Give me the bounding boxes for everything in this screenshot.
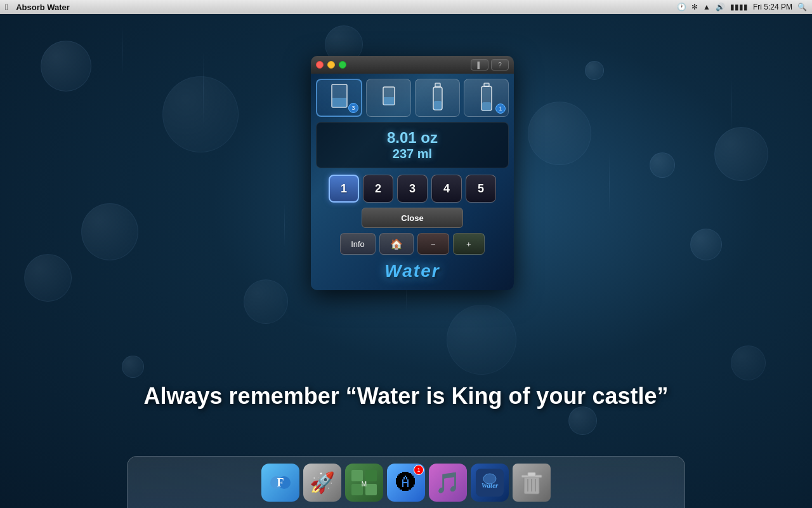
minus-button[interactable]: − xyxy=(417,233,449,255)
close-window-button[interactable] xyxy=(316,61,324,69)
serving-btn-2[interactable]: 2 xyxy=(363,175,393,203)
close-button[interactable]: Close xyxy=(362,208,463,228)
dock-item-rocket[interactable]: 🚀 xyxy=(303,464,341,502)
dock: F 🚀 M 🅐 1 🎵 xyxy=(0,451,812,508)
serving-btn-3[interactable]: 3 xyxy=(397,175,428,203)
svg-rect-23 xyxy=(528,472,535,476)
water-label: Water xyxy=(316,258,509,285)
apple-logo-icon:  xyxy=(5,2,8,12)
window-title-buttons: ▌ ? xyxy=(471,59,509,70)
dock-item-appstore[interactable]: 🅐 1 xyxy=(387,464,425,502)
maximize-window-button[interactable] xyxy=(339,61,346,69)
battery-icon: ▮▮▮▮ xyxy=(730,3,748,11)
svg-text:F: F xyxy=(277,476,284,489)
home-button[interactable]: 🏠 xyxy=(379,233,414,255)
amount-oz: 8.01 oz xyxy=(323,129,502,147)
appstore-badge: 1 xyxy=(414,465,424,475)
time-machine-icon: 🕐 xyxy=(677,3,686,11)
svg-rect-4 xyxy=(435,83,440,87)
serving-btn-5[interactable]: 5 xyxy=(466,175,496,203)
svg-rect-3 xyxy=(384,97,394,105)
dock-item-mosaic[interactable]: M xyxy=(345,464,383,502)
close-btn-row: Close xyxy=(316,208,509,228)
amount-ml: 237 ml xyxy=(323,147,502,161)
tab-badge-4: 1 xyxy=(495,104,506,114)
svg-rect-16 xyxy=(365,484,377,495)
container-tabs: 3 xyxy=(316,79,509,117)
volume-icon: 🔊 xyxy=(716,3,725,11)
window-btn-1[interactable]: ▌ xyxy=(471,59,488,70)
window-content: 3 xyxy=(311,74,514,290)
menubar:  Absorb Water 🕐 ✻ ▲ 🔊 ▮▮▮▮ Fri 5:24 PM … xyxy=(0,0,812,14)
app-window: ▌ ? 3 xyxy=(311,56,514,290)
menubar-app-name: Absorb Water xyxy=(16,3,70,12)
svg-point-20 xyxy=(483,474,496,484)
quote-text: Always remember “Water is King of your c… xyxy=(0,383,812,410)
dock-items: F 🚀 M 🅐 1 🎵 xyxy=(249,464,563,505)
amount-display: 8.01 oz 237 ml xyxy=(316,122,509,168)
svg-rect-1 xyxy=(332,98,346,107)
serving-btn-4[interactable]: 4 xyxy=(431,175,462,203)
svg-rect-14 xyxy=(365,470,377,481)
menubar-time: Fri 5:24 PM xyxy=(753,3,792,11)
info-button[interactable]: Info xyxy=(340,233,376,255)
dock-item-water[interactable]: Water xyxy=(471,464,509,502)
container-tab-2[interactable] xyxy=(366,79,411,117)
serving-row: 1 2 3 4 5 xyxy=(316,175,509,203)
container-tab-1[interactable]: 3 xyxy=(316,79,362,117)
serving-btn-1[interactable]: 1 xyxy=(329,175,359,203)
menubar-left:  Absorb Water xyxy=(5,2,70,12)
spotlight-icon: 🔍 xyxy=(797,3,807,11)
dock-item-itunes[interactable]: 🎵 xyxy=(429,464,467,502)
window-titlebar: ▌ ? xyxy=(311,56,514,74)
dock-item-trash[interactable] xyxy=(513,464,551,502)
window-btn-2[interactable]: ? xyxy=(491,59,509,70)
svg-rect-13 xyxy=(351,470,363,481)
svg-text:M: M xyxy=(362,481,367,488)
wifi-icon: ▲ xyxy=(703,3,710,11)
plus-button[interactable]: + xyxy=(453,233,485,255)
dock-item-finder[interactable]: F xyxy=(261,464,299,502)
container-tab-3[interactable] xyxy=(415,79,460,117)
menubar-right: 🕐 ✻ ▲ 🔊 ▮▮▮▮ Fri 5:24 PM 🔍 xyxy=(677,3,807,11)
container-tab-4[interactable]: 1 xyxy=(464,79,509,117)
tab-badge-1: 3 xyxy=(348,103,358,113)
svg-rect-6 xyxy=(434,101,442,110)
minimize-window-button[interactable] xyxy=(327,61,335,69)
bottom-toolbar: Info 🏠 − + xyxy=(316,233,509,255)
svg-rect-9 xyxy=(482,102,491,110)
bluetooth-icon: ✻ xyxy=(691,3,698,11)
